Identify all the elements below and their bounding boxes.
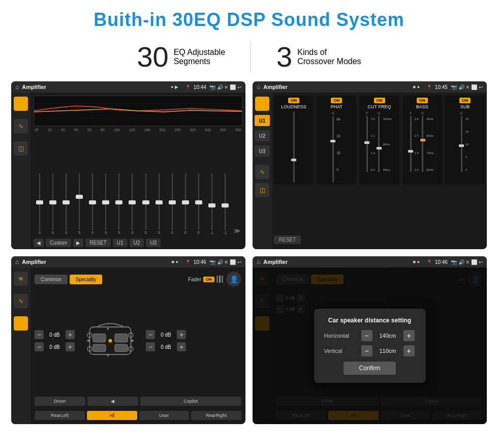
svg-rect-6 [115,334,128,342]
cutfreq-slider-f[interactable]: F [366,111,368,183]
dialog-box: Car speaker distance setting Horizontal … [314,309,426,383]
slider-2[interactable]: 0 [47,173,59,234]
driver-btn-s3[interactable]: Driver [35,397,85,406]
speaker-icon-s3[interactable]: ◫ [14,316,28,331]
u2-btn[interactable]: U2 [130,238,144,247]
crossover-number: 3 [276,43,292,71]
expand-icon[interactable]: ≫ [232,227,242,234]
home-icon-s2[interactable]: ⌂ [257,83,260,91]
vol-rl-minus[interactable]: − [35,342,44,351]
confirm-button[interactable]: Confirm [344,362,395,375]
user-btn-s3[interactable]: User [139,411,190,420]
cutfreq-slider-g[interactable]: G [378,111,380,183]
u3-btn[interactable]: U3 [146,238,161,247]
wave-icon[interactable]: ∿ [14,119,28,133]
slider-11[interactable]: 0 [166,173,178,234]
slider-9[interactable]: 0 [140,173,152,234]
screens-grid: ⌂ Amplifier ● ▶ 📍 10:44 📷 🔊 ✕ ⬜ ↩ ≋ ∿ ◫ [0,81,498,424]
eq-icon-s2[interactable]: ≋ [255,97,269,111]
u1-btn[interactable]: U1 [113,238,128,247]
horizontal-plus-btn[interactable]: + [403,330,415,341]
horizontal-label: Horizontal [324,333,357,339]
bass-label: BASS [416,104,428,109]
home-icon[interactable]: ⌂ [15,83,19,91]
vertical-minus-btn[interactable]: − [361,345,372,356]
svg-rect-7 [93,344,106,351]
svg-text:▲: ▲ [106,326,110,331]
eq-next-btn[interactable]: ▶ [73,238,83,247]
vol-rl-plus[interactable]: + [66,342,75,351]
slider-8[interactable]: 0 [126,173,138,234]
u1-active[interactable]: U1 [255,115,270,126]
home-icon-s3[interactable]: ⌂ [15,258,19,265]
eq-icon-s3[interactable]: ≋ [14,272,28,286]
slider-10[interactable]: 0 [153,173,165,234]
screen1-title: Amplifier [22,84,168,90]
slider-1[interactable]: 0 [34,173,46,234]
vol-fl-plus[interactable]: + [66,330,75,339]
bass-slider-f[interactable]: F [410,111,412,183]
stats-row: 30 EQ Adjustable Segments 3 Kinds of Cro… [0,37,498,81]
eq-settings-icon[interactable]: ≋ [14,97,28,111]
speaker-icon[interactable]: ◫ [14,141,28,156]
svg-text:▼: ▼ [106,353,110,358]
svg-text:▶: ▶ [131,338,135,343]
custom-btn[interactable]: Custom [46,238,71,247]
bass-slider-g[interactable]: G [421,111,424,183]
crossover-channels: ON LOUDNESS ON PHAT [274,96,485,185]
slider-7[interactable]: 0 [113,173,125,234]
slider-12[interactable]: 0 [179,173,192,234]
location-icon-s3: 📍 [185,260,191,264]
slider-6[interactable]: 0 [100,173,112,234]
specialty-tab-s3[interactable]: Specialty [70,275,103,284]
all-btn-s3[interactable]: All [87,411,137,420]
slider-5[interactable]: 0 [86,173,99,234]
screen2-crossover: ⌂ Amplifier ■ ● 📍 10:45 📷 🔊 ✕ ⬜ ↩ ≋ U1 U… [253,81,487,249]
dot-icon-s2: ■ ● [413,84,419,89]
eq-prev-btn[interactable]: ◀ [34,238,44,247]
loudness-slider[interactable] [293,111,295,183]
vol-rr-minus[interactable]: − [146,342,155,351]
slider-14[interactable]: -1 [206,173,218,234]
copilot-btn-s3[interactable]: Copilot [140,397,242,406]
vol-fl-minus[interactable]: − [35,330,44,339]
cutfreq-label: CUT FREQ [368,104,391,109]
reset-btn[interactable]: RESET [85,238,110,247]
slider-3[interactable]: 0 [60,173,72,234]
car-diagram: ▲ ▼ ◀ ▶ [80,318,141,364]
wave-icon-s2[interactable]: ∿ [255,165,269,179]
crossover-label-line2: Crossover Modes [297,57,361,66]
vertical-plus-btn[interactable]: + [403,345,415,356]
bass-on: ON [417,98,428,103]
speaker-icon-s2[interactable]: ◫ [255,183,269,197]
arrow-left-btn[interactable]: ◀ [87,397,138,406]
rearleft-btn-s3[interactable]: RearLeft [35,411,85,420]
sub-slider-g[interactable]: G [460,111,462,183]
vol-fr-plus[interactable]: + [177,330,186,339]
vol-right: − 0 dB + − 0 dB + [146,330,186,351]
eq-label: EQ Adjustable Segments [174,48,225,66]
screen1-topbar: ⌂ Amplifier ● ▶ 📍 10:44 📷 🔊 ✕ ⬜ ↩ [11,81,245,93]
horizontal-minus-btn[interactable]: − [361,330,372,341]
crossover-reset-btn[interactable]: RESET [274,235,301,244]
slider-4[interactable]: 5 [73,173,85,234]
wave-icon-s3[interactable]: ∿ [14,294,28,308]
ch-phat: ON PHAT G 64 32 [317,96,356,185]
phat-slider-g[interactable]: G [332,111,334,183]
vertical-label: Vertical [324,348,357,354]
vol-fr-value: 0 dB [157,332,175,338]
dot-icon: ● ▶ [171,84,178,89]
slider-15[interactable]: -1 [219,173,231,234]
vol-rr-plus[interactable]: + [177,342,186,351]
side-icons-s1: ≋ ∿ ◫ [11,93,30,249]
vol-fr-minus[interactable]: − [146,330,155,339]
slider-13[interactable]: 0 [193,173,205,234]
screen3-topbar: ⌂ Amplifier ■ ● 📍 10:46 📷 🔊 ✕ ⬜ ↩ [11,256,245,267]
u3-inactive[interactable]: U3 [255,145,270,157]
common-tab-s3[interactable]: Common [35,275,68,284]
home-icon-s4[interactable]: ⌂ [257,258,260,265]
u2-inactive[interactable]: U2 [255,130,270,141]
vol-row-fl: − 0 dB + [35,330,75,339]
person-icon-btn[interactable]: 👤 [226,272,241,287]
rearright-btn-s3[interactable]: RearRight [191,411,241,420]
